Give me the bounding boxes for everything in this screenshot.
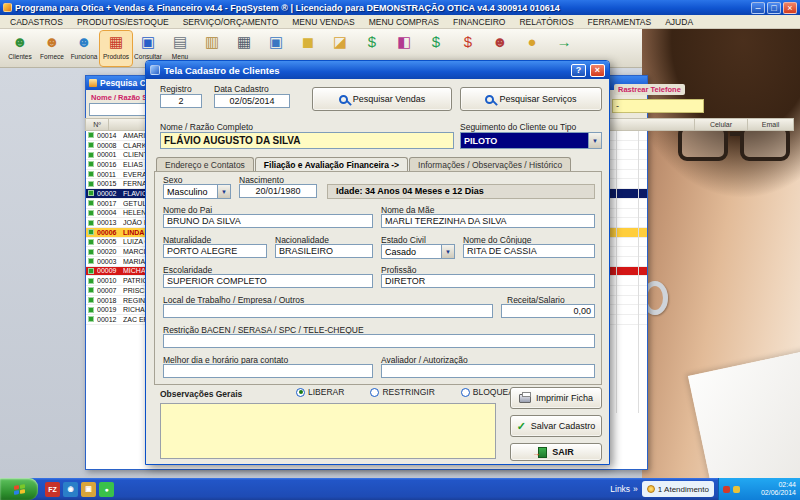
data-cadastro-input[interactable]: 02/05/2014 bbox=[214, 94, 290, 108]
row-status-icon bbox=[88, 190, 94, 196]
row-status-icon bbox=[88, 132, 94, 138]
app-titlebar[interactable]: Programa para Otica + Vendas & Financeir… bbox=[0, 0, 800, 15]
pesquisar-vendas-button[interactable]: Pesquisar Vendas bbox=[312, 87, 452, 111]
avaliador-input[interactable] bbox=[381, 364, 595, 378]
melhor-dia-input[interactable] bbox=[163, 364, 373, 378]
nome-input[interactable]: FLÁVIO AUGUSTO DA SILVA bbox=[160, 132, 454, 149]
radio-option[interactable]: LIBERAR bbox=[296, 387, 344, 397]
sexo-combobox[interactable]: Masculino ▼ bbox=[163, 184, 231, 199]
chevron-down-icon[interactable]: ▼ bbox=[441, 245, 454, 258]
chevron-down-icon[interactable]: ▼ bbox=[217, 185, 230, 198]
observacoes-textarea[interactable] bbox=[160, 403, 496, 459]
attendance-label: 1 Atendimento bbox=[658, 485, 709, 494]
nome-pai-input[interactable]: BRUNO DA SILVA bbox=[163, 214, 373, 228]
client-number: 00020 bbox=[97, 248, 120, 255]
links-expand-icon[interactable]: » bbox=[633, 484, 638, 494]
menu-item[interactable]: MENU VENDAS bbox=[285, 15, 361, 29]
menu-item[interactable]: FINANCEIRO bbox=[446, 15, 512, 29]
dialog-help-button[interactable]: ? bbox=[571, 64, 586, 77]
escolaridade-input[interactable]: SUPERIOR COMPLETO bbox=[163, 274, 373, 288]
column-header-number[interactable]: Nº bbox=[85, 118, 109, 131]
pesquisar-servicos-button[interactable]: Pesquisar Serviços bbox=[460, 87, 602, 111]
maximize-button[interactable]: □ bbox=[767, 2, 781, 14]
dialog-tabs: Endereço e ContatosFiliação e Avaliação … bbox=[156, 155, 572, 172]
menu-item[interactable]: AJUDA bbox=[658, 15, 700, 29]
update-icon[interactable] bbox=[733, 486, 740, 493]
messenger-icon[interactable]: ● bbox=[99, 482, 114, 497]
menu-item[interactable]: FERRAMENTAS bbox=[581, 15, 659, 29]
sair-button[interactable]: SAIR bbox=[510, 443, 602, 461]
client-number: 00008 bbox=[97, 142, 120, 149]
dialog-close-button[interactable]: × bbox=[590, 64, 605, 77]
column-header-email[interactable]: Email bbox=[747, 118, 794, 131]
local-trabalho-input[interactable] bbox=[163, 304, 493, 318]
toolbar-button[interactable]: ☻ Clientes bbox=[4, 31, 36, 66]
links-toolbar[interactable]: Links » bbox=[610, 484, 638, 494]
windows-flag-icon bbox=[14, 484, 25, 495]
minimize-button[interactable]: – bbox=[751, 2, 765, 14]
photo-paper bbox=[688, 349, 800, 478]
dialog-titlebar[interactable]: Tela Cadastro de Clientes ? × bbox=[146, 61, 609, 79]
photo-glasses-bridge bbox=[730, 132, 744, 136]
row-status-icon bbox=[88, 258, 94, 264]
registro-input[interactable]: 2 bbox=[160, 94, 202, 108]
nascimento-input[interactable]: 20/01/1980 bbox=[239, 184, 317, 198]
toolbar-button[interactable]: ☻ Fornece bbox=[36, 31, 68, 66]
row-status-icon bbox=[88, 229, 94, 235]
grid-column-line bbox=[638, 131, 639, 413]
salvar-cadastro-button[interactable]: ✓ Salvar Cadastro bbox=[510, 415, 602, 437]
client-number: 00009 bbox=[97, 267, 120, 274]
menu-item[interactable]: PRODUTOS/ESTOQUE bbox=[70, 15, 176, 29]
menu-item[interactable]: SERVIÇO/ORÇAMENTO bbox=[176, 15, 286, 29]
search-window-icon bbox=[89, 79, 97, 87]
taskbar: FZ◉▣● Links » 1 Atendimento 02:44 02/06/… bbox=[0, 478, 800, 500]
browser-icon[interactable]: ◉ bbox=[63, 482, 78, 497]
chevron-down-icon[interactable]: ▼ bbox=[588, 133, 601, 148]
idade-display: Idade: 34 Anos 04 Meses e 12 Dias bbox=[327, 184, 595, 199]
phone-filter-cell[interactable]: - bbox=[612, 99, 704, 113]
estado-civil-combobox[interactable]: Casado ▼ bbox=[381, 244, 455, 259]
restricao-input[interactable] bbox=[163, 334, 595, 348]
pesquisar-vendas-label: Pesquisar Vendas bbox=[353, 94, 426, 104]
start-button[interactable] bbox=[0, 478, 38, 500]
nacionalidade-input[interactable]: BRASILEIRO bbox=[275, 244, 373, 258]
radio-circle-icon bbox=[296, 388, 305, 397]
profissao-input[interactable]: DIRETOR bbox=[381, 274, 595, 288]
sexo-value: Masculino bbox=[164, 187, 217, 197]
naturalidade-input[interactable]: PORTO ALEGRE bbox=[163, 244, 267, 258]
clock-time: 02:44 bbox=[761, 481, 796, 489]
nome-mae-input[interactable]: MARLI TEREZINHA DA SILVA bbox=[381, 214, 595, 228]
column-header-celular[interactable]: Celular bbox=[694, 118, 748, 131]
menu-item[interactable]: RELATÓRIOS bbox=[512, 15, 580, 29]
column-header-fone[interactable] bbox=[609, 118, 695, 131]
row-status-icon bbox=[88, 239, 94, 245]
conjuge-input[interactable]: RITA DE CASSIA bbox=[463, 244, 595, 258]
app-window: Programa para Otica + Vendas & Financeir… bbox=[0, 0, 800, 500]
filezilla-icon[interactable]: FZ bbox=[45, 482, 60, 497]
menu-item[interactable]: MENU COMPRAS bbox=[362, 15, 446, 29]
toolbar-button[interactable]: ▦ Produtos bbox=[100, 31, 132, 66]
receita-input[interactable]: 0,00 bbox=[501, 304, 595, 318]
menu-icon: ▤ bbox=[173, 31, 187, 53]
tab[interactable]: Informações / Observações / Histórico bbox=[409, 157, 571, 172]
menu-item[interactable]: CADASTROS bbox=[3, 15, 70, 29]
app-title: Programa para Otica + Vendas & Financeir… bbox=[15, 3, 748, 13]
attendance-status[interactable]: 1 Atendimento bbox=[642, 481, 714, 497]
tab[interactable]: Endereço e Contatos bbox=[156, 157, 254, 172]
shield-icon[interactable] bbox=[723, 486, 730, 493]
seguimento-combobox[interactable]: PILOTO ▼ bbox=[460, 132, 602, 149]
printer-icon bbox=[519, 394, 531, 403]
close-button[interactable]: × bbox=[783, 2, 797, 14]
rastrear-telefone-label[interactable]: Rastrear Telefone bbox=[614, 84, 685, 95]
radio-option[interactable]: RESTRINGIR bbox=[370, 387, 434, 397]
links-label: Links bbox=[610, 484, 630, 494]
quick-launch: FZ◉▣● bbox=[45, 482, 114, 497]
terminal-icon: ▣ bbox=[269, 31, 283, 53]
consult-icon: ▣ bbox=[141, 31, 155, 53]
phone-grid-header: Celular Email bbox=[610, 118, 794, 131]
package-icon: ▥ bbox=[205, 31, 219, 53]
observacoes-label: Observações Gerais bbox=[160, 389, 242, 399]
folder-icon[interactable]: ▣ bbox=[81, 482, 96, 497]
imprimir-ficha-button[interactable]: Imprimir Ficha bbox=[510, 387, 602, 409]
toolbar-button[interactable]: ☻ Funciona bbox=[68, 31, 100, 66]
